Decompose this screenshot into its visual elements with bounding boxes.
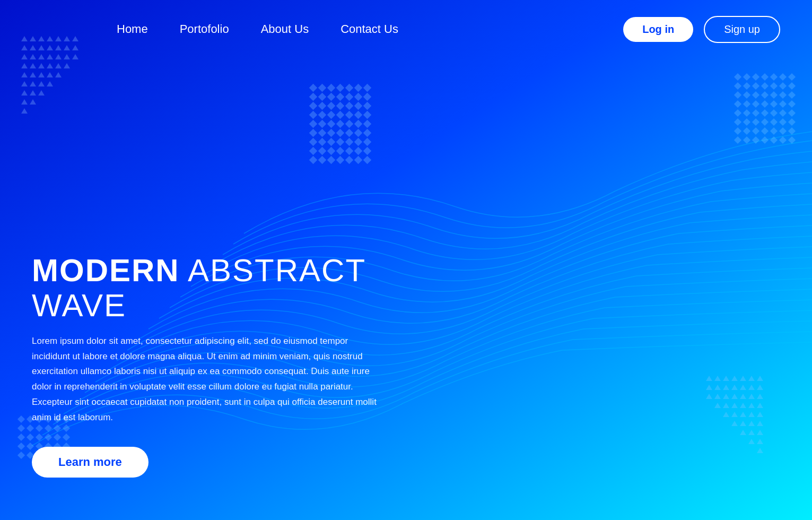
- svg-rect-77: [363, 120, 371, 128]
- svg-rect-142: [743, 118, 750, 126]
- svg-rect-115: [752, 82, 759, 90]
- svg-marker-162: [706, 376, 712, 381]
- svg-rect-73: [327, 120, 336, 128]
- svg-rect-80: [327, 129, 336, 137]
- svg-marker-164: [723, 376, 729, 381]
- svg-rect-123: [761, 91, 769, 99]
- svg-rect-154: [788, 127, 796, 135]
- svg-rect-52: [327, 93, 336, 101]
- svg-rect-114: [743, 82, 750, 90]
- svg-rect-144: [761, 118, 769, 126]
- page-wrapper: Home Portofolio About Us Contact Us Log …: [0, 0, 812, 520]
- svg-marker-175: [757, 385, 763, 390]
- hero-title-bold: MODERN: [32, 253, 180, 288]
- svg-rect-161: [788, 136, 796, 144]
- svg-rect-122: [752, 91, 759, 99]
- svg-rect-157: [752, 136, 759, 144]
- svg-rect-124: [770, 91, 778, 99]
- deco-diamonds-right-top: [732, 72, 796, 172]
- svg-rect-58: [318, 102, 327, 110]
- svg-rect-148: [734, 127, 741, 135]
- svg-rect-55: [354, 93, 363, 101]
- svg-rect-103: [345, 156, 354, 164]
- svg-rect-156: [743, 136, 750, 144]
- svg-rect-126: [788, 91, 796, 99]
- nav-portfolio[interactable]: Portofolio: [180, 22, 229, 36]
- svg-marker-36: [47, 81, 53, 86]
- svg-rect-61: [345, 102, 354, 110]
- svg-marker-163: [714, 376, 721, 381]
- svg-marker-195: [740, 421, 746, 426]
- svg-rect-109: [761, 73, 769, 81]
- svg-rect-76: [354, 120, 363, 128]
- svg-rect-138: [770, 109, 778, 117]
- svg-rect-132: [779, 100, 787, 108]
- svg-marker-189: [723, 412, 729, 417]
- svg-marker-200: [757, 430, 763, 435]
- svg-marker-182: [757, 394, 763, 399]
- svg-marker-178: [723, 394, 729, 399]
- svg-rect-67: [336, 111, 345, 119]
- svg-rect-62: [354, 102, 363, 110]
- svg-marker-170: [714, 385, 721, 390]
- svg-rect-98: [363, 147, 371, 155]
- svg-rect-83: [354, 129, 363, 137]
- svg-marker-29: [30, 72, 36, 77]
- svg-rect-130: [761, 100, 769, 108]
- svg-rect-129: [752, 100, 759, 108]
- hero-title: MODERN ABSTRACT WAVE: [32, 253, 382, 323]
- nav-contact[interactable]: Contact Us: [340, 22, 398, 36]
- svg-rect-101: [327, 156, 336, 164]
- svg-rect-139: [779, 109, 787, 117]
- svg-rect-228: [18, 452, 25, 459]
- svg-rect-93: [318, 147, 327, 155]
- svg-marker-165: [731, 376, 738, 381]
- svg-rect-160: [779, 136, 787, 144]
- nav-links: Home Portofolio About Us Contact Us: [117, 22, 398, 36]
- login-button[interactable]: Log in: [623, 17, 693, 42]
- nav-home[interactable]: Home: [117, 22, 148, 36]
- svg-marker-199: [748, 430, 755, 435]
- nav-about[interactable]: About Us: [261, 22, 309, 36]
- svg-marker-187: [748, 403, 755, 408]
- svg-rect-141: [734, 118, 741, 126]
- svg-rect-134: [734, 109, 741, 117]
- hero-content: MODERN ABSTRACT WAVE Lorem ipsum dolor s…: [32, 253, 382, 478]
- svg-rect-140: [788, 109, 796, 117]
- svg-rect-59: [327, 102, 336, 110]
- svg-rect-66: [327, 111, 336, 119]
- svg-rect-54: [345, 93, 354, 101]
- svg-rect-46: [336, 84, 345, 92]
- svg-rect-158: [761, 136, 769, 144]
- svg-rect-89: [345, 138, 354, 146]
- learn-more-button[interactable]: Learn more: [32, 447, 149, 478]
- svg-rect-68: [345, 111, 354, 119]
- svg-marker-38: [30, 90, 36, 96]
- svg-rect-159: [770, 136, 778, 144]
- svg-marker-186: [740, 403, 746, 408]
- svg-rect-50: [309, 93, 318, 101]
- svg-rect-56: [363, 93, 371, 101]
- svg-rect-64: [309, 111, 318, 119]
- svg-marker-34: [30, 81, 36, 86]
- deco-diamonds-center-top: [308, 82, 371, 188]
- svg-marker-174: [748, 385, 755, 390]
- svg-marker-176: [706, 394, 712, 399]
- svg-rect-150: [752, 127, 759, 135]
- svg-rect-136: [752, 109, 759, 117]
- svg-rect-153: [779, 127, 787, 135]
- signup-button[interactable]: Sign up: [704, 16, 780, 43]
- svg-marker-33: [21, 81, 28, 86]
- svg-rect-90: [354, 138, 363, 146]
- svg-marker-191: [740, 412, 746, 417]
- svg-rect-99: [309, 156, 318, 164]
- navbar: Home Portofolio About Us Contact Us Log …: [0, 0, 812, 58]
- svg-rect-133: [788, 100, 796, 108]
- svg-marker-27: [64, 63, 70, 68]
- svg-rect-74: [336, 120, 345, 128]
- svg-marker-37: [21, 90, 28, 96]
- svg-marker-196: [748, 421, 755, 426]
- svg-rect-60: [336, 102, 345, 110]
- svg-marker-30: [38, 72, 45, 77]
- svg-rect-112: [788, 73, 796, 81]
